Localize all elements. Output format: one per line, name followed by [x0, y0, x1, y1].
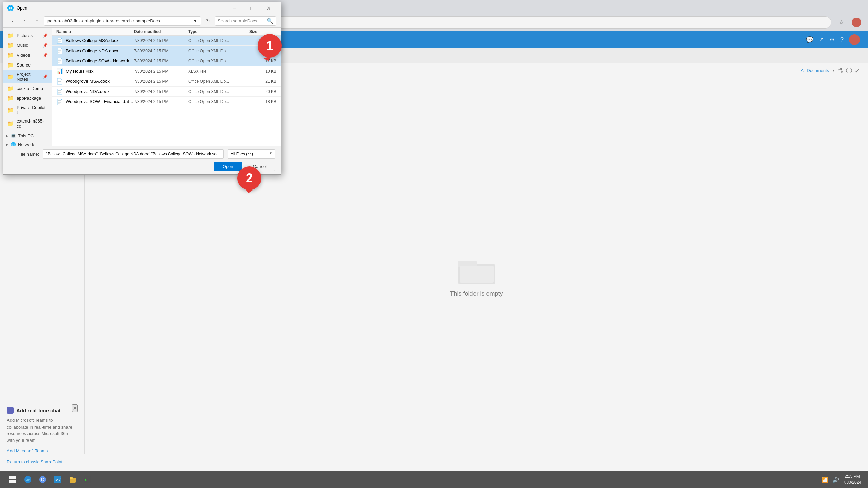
add-microsoft-teams-link[interactable]: Add Microsoft Teams [7, 448, 48, 453]
terminal-icon: >_ [84, 476, 91, 483]
fullscreen-icon[interactable]: ⤢ [855, 67, 860, 74]
dialog-search-input[interactable] [218, 18, 265, 23]
file-row-5[interactable]: 📄 Woodgrove NDA.docx 7/30/2024 2:15 PM O… [52, 87, 281, 97]
empty-folder-illustration [456, 252, 497, 286]
user-avatar[interactable] [852, 18, 861, 27]
taskbar-edge-icon[interactable] [22, 473, 34, 486]
file-row-4[interactable]: 📄 Woodgrove MSA.docx 7/30/2024 2:15 PM O… [52, 76, 281, 87]
file-row-2[interactable]: 📄 Bellows College SOW - Network security… [52, 56, 281, 66]
sidebar-item-source[interactable]: 📁 Source [3, 60, 52, 70]
file-name-1: 📄 Bellows College NDA.docx [56, 48, 134, 54]
file-type-4: Office Open XML Do... [188, 79, 249, 84]
taskbar-tray: 📶 🔊 2:15 PM 7/30/2024 [822, 474, 861, 485]
return-classic-link[interactable]: Return to classic SharePoint [7, 459, 75, 464]
dialog-refresh-button[interactable]: ↻ [202, 16, 213, 26]
start-button[interactable] [7, 473, 19, 486]
minimize-button[interactable]: ─ [227, 2, 243, 14]
maximize-button[interactable]: □ [244, 2, 259, 14]
help-icon[interactable]: ? [840, 36, 844, 43]
file-row-3[interactable]: 📊 My Hours.xlsx 7/30/2024 2:15 PM XLSX F… [52, 66, 281, 76]
folder-icon: 📁 [7, 95, 14, 101]
header-type[interactable]: Type [188, 29, 249, 34]
file-name-2: 📄 Bellows College SOW - Network security… [56, 58, 134, 64]
cancel-button[interactable]: Cancel [245, 162, 275, 171]
file-name-6: 📄 Woodgrove SOW - Financial data plugin … [56, 98, 134, 105]
sidebar-item-music[interactable]: 📁 Music 📌 [3, 40, 52, 50]
svg-rect-4 [13, 476, 16, 479]
volume-icon[interactable]: 🔊 [832, 476, 839, 483]
expand-icon: ▶ [6, 143, 8, 146]
sidebar-item-videos[interactable]: 📁 Videos 📌 [3, 50, 52, 60]
file-type-5: Office Open XML Do... [188, 89, 249, 94]
comment-icon[interactable]: 💬 [806, 36, 813, 43]
sp-user-avatar[interactable] [849, 34, 860, 45]
sidebar-item-extend-m365[interactable]: 📁 extend-m365-cc [3, 117, 52, 130]
share-icon[interactable]: ↗ [819, 36, 824, 43]
header-size[interactable]: Size [249, 29, 276, 34]
svg-rect-14 [70, 477, 73, 479]
folder-icon: 📁 [7, 74, 14, 80]
folder-icon: 📁 [7, 52, 14, 58]
taskbar-vscode-icon[interactable]: </> [52, 473, 64, 486]
filetype-select[interactable]: All Files (*.*) [228, 149, 275, 159]
sp-nav-right: 💬 ↗ ⚙ ? [806, 34, 860, 45]
chat-close-button[interactable]: ✕ [72, 404, 78, 412]
filename-input[interactable] [43, 149, 224, 159]
pin-icon: 📌 [43, 43, 48, 48]
taskbar-explorer-icon[interactable] [66, 473, 79, 486]
file-row-1[interactable]: 📄 Bellows College NDA.docx 7/30/2024 2:1… [52, 46, 281, 56]
settings-icon[interactable]: ⚙ [829, 36, 835, 43]
file-date-2: 7/30/2024 2:15 PM [134, 59, 188, 63]
sidebar-label-extend-m365: extend-m365-cc [17, 118, 48, 129]
header-name[interactable]: Name ▲ [56, 29, 134, 34]
sidebar-label-cocktaildemo: cocktailDemo [17, 86, 43, 91]
svg-text:</>: </> [55, 477, 61, 483]
sidebar-item-cocktaildemo[interactable]: 📁 cocktailDemo [3, 83, 52, 93]
this-pc-group[interactable]: ▶ 💻 This PC [3, 132, 52, 140]
svg-rect-5 [9, 480, 13, 483]
file-type-3: XLSX File [188, 69, 249, 74]
file-type-2: Office Open XML Do... [188, 59, 249, 63]
empty-folder-text: This folder is empty [450, 290, 503, 297]
taskbar-date: 7/30/2024 [843, 480, 861, 485]
filter-icon[interactable]: ⚗ [838, 67, 843, 74]
sidebar-item-apppackage[interactable]: 📁 appPackage [3, 93, 52, 103]
file-row-6[interactable]: 📄 Woodgrove SOW - Financial data plugin … [52, 97, 281, 107]
taskbar-chrome-icon[interactable] [37, 473, 49, 486]
sidebar-item-pictures[interactable]: 📁 Pictures 📌 [3, 31, 52, 40]
dialog-main: 📁 Pictures 📌 📁 Music 📌 📁 Videos 📌 📁 Sou [3, 28, 281, 146]
svg-rect-6 [13, 480, 16, 483]
file-size-2: 17 KB [249, 59, 276, 63]
windows-logo [9, 476, 16, 483]
open-button[interactable]: Open [214, 162, 242, 171]
close-button[interactable]: ✕ [261, 2, 276, 14]
bookmark-button[interactable]: ☆ [835, 16, 848, 29]
dialog-bottom: File name: All Files (*.*) Open Cancel [3, 146, 281, 174]
sidebar-item-project-notes[interactable]: 📁 Project Notes 📌 [3, 70, 52, 83]
taskbar-time: 2:15 PM [843, 474, 861, 480]
sidebar-label-source: Source [17, 62, 31, 68]
this-pc-label: This PC [18, 133, 34, 138]
taskbar-terminal-icon[interactable]: >_ [81, 473, 94, 486]
file-name-5: 📄 Woodgrove NDA.docx [56, 88, 134, 95]
breadcrumb-dropdown-icon[interactable]: ▼ [193, 18, 197, 23]
breadcrumb-part3: sampleDocs [136, 18, 160, 23]
file-row-0[interactable]: 📄 Bellows College MSA.docx 7/30/2024 2:1… [52, 36, 281, 46]
file-icon-6: 📄 [56, 98, 63, 105]
taskbar-clock[interactable]: 2:15 PM 7/30/2024 [843, 474, 861, 485]
folder-icon: 📁 [7, 107, 14, 113]
header-date[interactable]: Date modified [134, 29, 188, 34]
dialog-breadcrumb[interactable]: path-a-lab02-first-api-plugin › trey-res… [44, 16, 201, 26]
file-icon-4: 📄 [56, 78, 63, 85]
dialog-back-button[interactable]: ‹ [7, 16, 18, 26]
sp-all-documents[interactable]: All Documents [801, 68, 829, 73]
network-group[interactable]: ▶ 🌐 Network [3, 140, 52, 146]
dialog-forward-button[interactable]: › [19, 16, 30, 26]
dialog-up-button[interactable]: ↑ [32, 16, 42, 26]
dialog-chrome-icon: 🌐 [7, 5, 14, 11]
info-icon[interactable]: ⓘ [846, 67, 852, 75]
network-icon[interactable]: 📶 [822, 476, 828, 483]
folder-icon: 📁 [7, 120, 14, 127]
file-name-text-3: My Hours.xlsx [66, 69, 94, 74]
sidebar-item-private-copilot[interactable]: 📁 Private-Copilot-t [3, 103, 52, 117]
